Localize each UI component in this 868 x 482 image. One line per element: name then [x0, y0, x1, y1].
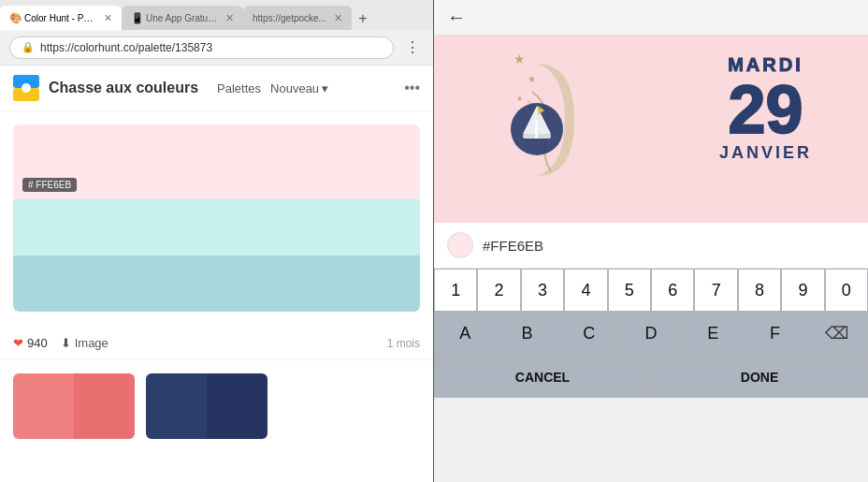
tab-2-favicon: 📱 [131, 12, 142, 23]
stars-svg: ★ ★ ★ [509, 50, 546, 115]
site-logo-icon [13, 75, 39, 101]
backspace-key[interactable]: ⌫ [806, 312, 868, 355]
palette-preview [0, 360, 433, 452]
key-4[interactable]: 4 [564, 269, 607, 312]
key-b[interactable]: B [496, 312, 557, 355]
url-text: https://colorhunt.co/palette/135873 [40, 41, 212, 54]
done-button[interactable]: DONE [651, 356, 868, 398]
palette-meta: ❤ 940 ⬇ Image 1 mois [0, 327, 433, 360]
site-header: Chasse aux couleurs Palettes Nouveau ▾ •… [0, 66, 433, 111]
svg-text:★: ★ [514, 51, 526, 66]
tab-2-label: Une App Gratuit... [146, 13, 218, 23]
key-6[interactable]: 6 [651, 269, 694, 312]
browser-panel: 🎨 Color Hunt - Pa... ✕ 📱 Une App Gratuit… [0, 0, 434, 482]
lock-icon: 🔒 [22, 41, 35, 53]
tab-3[interactable]: https://getpocke... ✕ [243, 6, 352, 30]
key-0[interactable]: 0 [825, 269, 868, 312]
browser-tabs: 🎨 Color Hunt - Pa... ✕ 📱 Une App Gratuit… [0, 0, 433, 30]
mobile-panel: ← ★ [434, 0, 868, 482]
color-palette-block: # FFE6EB [13, 124, 420, 312]
svg-point-2 [22, 83, 31, 93]
action-bar: CANCEL DONE [434, 355, 868, 398]
backspace-icon: ⌫ [825, 323, 848, 343]
key-3[interactable]: 3 [521, 269, 564, 312]
hex-input-value[interactable]: #FFE6EB [483, 238, 543, 254]
tab-1-close[interactable]: ✕ [104, 12, 112, 24]
keyboard-row-hex: A B C D E F ⌫ [434, 312, 868, 355]
stars-decoration: ★ ★ ★ [509, 50, 546, 118]
tab-1-favicon: 🎨 [9, 12, 21, 23]
key-a[interactable]: A [434, 312, 496, 355]
key-1[interactable]: 1 [434, 269, 477, 312]
download-button[interactable]: ⬇ Image [61, 336, 108, 350]
swatch-1-left [13, 373, 74, 439]
key-f[interactable]: F [744, 312, 805, 355]
day-number: 29 [719, 76, 812, 143]
swatch-1-right [74, 373, 135, 439]
key-2[interactable]: 2 [477, 269, 520, 312]
tab-2[interactable]: 📱 Une App Gratuit... ✕ [122, 6, 243, 30]
time-ago: 1 mois [387, 337, 420, 350]
site-content: Chasse aux couleurs Palettes Nouveau ▾ •… [0, 66, 433, 482]
svg-rect-6 [523, 134, 551, 139]
color-input-row: #FFE6EB [434, 223, 868, 269]
key-d[interactable]: D [620, 312, 682, 355]
nav-nouveau[interactable]: Nouveau ▾ [270, 81, 328, 95]
tab-1-label: Color Hunt - Pa... [24, 13, 96, 23]
key-5[interactable]: 5 [608, 269, 651, 312]
heart-icon: ❤ [13, 336, 23, 350]
tab-3-close[interactable]: ✕ [334, 12, 342, 24]
key-7[interactable]: 7 [694, 269, 737, 312]
mobile-topbar: ← [434, 0, 868, 36]
palette-section: # FFE6EB [0, 111, 433, 327]
cancel-button[interactable]: CANCEL [434, 356, 651, 398]
swatch-2-left [146, 373, 207, 439]
like-count: 940 [27, 336, 48, 350]
browser-address-bar: 🔒 https://colorhunt.co/palette/135873 ⋮ [0, 30, 433, 66]
tab-2-close[interactable]: ✕ [225, 12, 234, 24]
back-button[interactable]: ← [447, 7, 466, 28]
key-c[interactable]: C [558, 312, 620, 355]
url-bar[interactable]: 🔒 https://colorhunt.co/palette/135873 [9, 37, 394, 59]
key-8[interactable]: 8 [738, 269, 781, 312]
key-e[interactable]: E [682, 312, 744, 355]
month-name: JANVIER [719, 143, 812, 163]
color-pink: # FFE6EB [13, 124, 420, 199]
keyboard-row-numbers: 1 2 3 4 5 6 7 8 9 0 [434, 269, 868, 312]
color-teal [13, 199, 420, 256]
browser-menu-button[interactable]: ⋮ [401, 38, 424, 56]
swatch-2-right [207, 373, 268, 439]
svg-text:★: ★ [516, 95, 523, 103]
site-menu-button[interactable]: ••• [404, 80, 420, 96]
color-blue [13, 256, 420, 312]
calendar-display: ★ ★ ★ MARDI 29 JANVIER [434, 36, 868, 223]
hex-badge: # FFE6EB [22, 178, 77, 192]
nav-palettes[interactable]: Palettes [217, 81, 261, 95]
preview-swatch-1 [13, 373, 135, 439]
preview-swatch-2 [146, 373, 268, 439]
tab-3-label: https://getpocke... [253, 13, 326, 23]
svg-text:★: ★ [528, 74, 536, 84]
site-title: Chasse aux couleurs [49, 80, 198, 96]
key-9[interactable]: 9 [781, 269, 824, 312]
color-swatch-preview [447, 232, 473, 258]
calendar-text: MARDI 29 JANVIER [719, 54, 812, 163]
new-tab-button[interactable]: + [352, 7, 374, 30]
tab-1[interactable]: 🎨 Color Hunt - Pa... ✕ [0, 6, 122, 30]
download-icon: ⬇ [61, 336, 71, 350]
site-nav: Palettes Nouveau ▾ [217, 81, 328, 95]
